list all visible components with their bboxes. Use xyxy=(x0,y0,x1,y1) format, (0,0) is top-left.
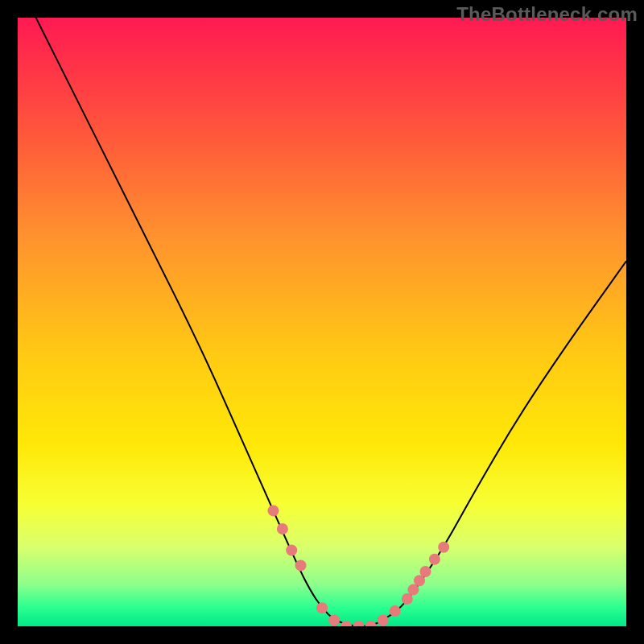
marker-point xyxy=(365,621,377,626)
marker-point xyxy=(341,621,352,626)
highlight-markers xyxy=(268,505,450,626)
watermark-text: TheBottleneck.com xyxy=(456,3,638,26)
marker-point xyxy=(328,614,340,625)
marker-point xyxy=(353,621,364,626)
marker-point xyxy=(378,614,389,625)
marker-point xyxy=(268,505,279,516)
marker-point xyxy=(390,605,401,617)
plot-svg xyxy=(18,18,626,626)
chart-frame: TheBottleneck.com xyxy=(0,0,644,644)
marker-point xyxy=(438,542,449,553)
bottleneck-curve xyxy=(36,18,626,626)
marker-point xyxy=(277,523,288,535)
marker-point xyxy=(295,559,307,571)
marker-point xyxy=(286,545,297,556)
marker-point xyxy=(420,566,431,577)
marker-point xyxy=(429,554,440,565)
plot-area xyxy=(18,18,626,626)
marker-point xyxy=(316,602,328,613)
marker-point xyxy=(402,593,413,605)
